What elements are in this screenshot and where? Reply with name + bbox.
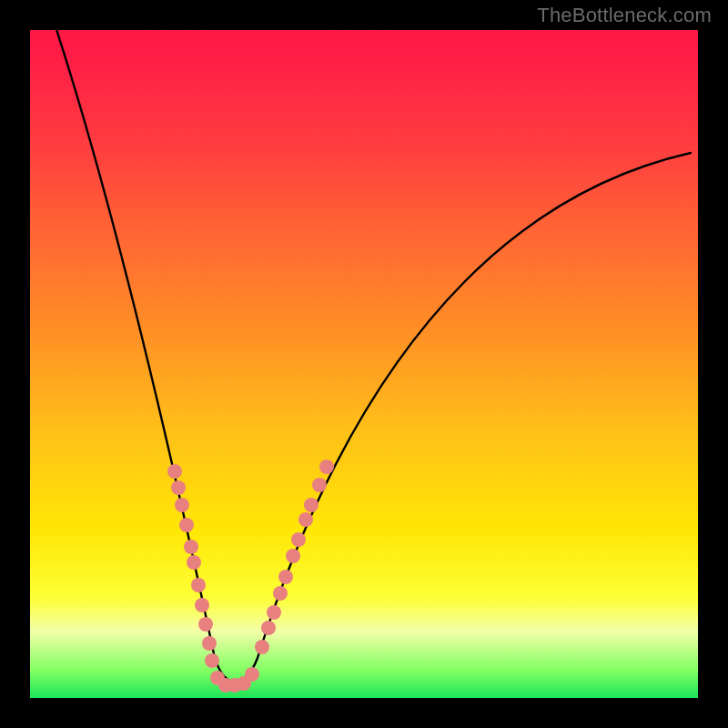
data-point-marker — [198, 617, 213, 632]
data-point-marker — [195, 598, 209, 612]
data-point-marker — [304, 498, 318, 512]
data-point-marker — [312, 478, 327, 492]
data-point-marker — [319, 460, 334, 474]
data-point-marker — [167, 464, 182, 479]
data-point-marker — [267, 605, 281, 620]
plot-gradient-area — [30, 30, 698, 698]
data-point-marker — [205, 653, 219, 668]
data-point-marker — [179, 518, 194, 532]
data-point-group — [167, 460, 334, 693]
data-point-marker — [191, 578, 206, 592]
data-point-marker — [298, 512, 313, 527]
data-point-marker — [273, 586, 288, 601]
data-point-marker — [184, 540, 198, 554]
bottleneck-curve — [54, 30, 691, 682]
data-point-marker — [245, 667, 259, 682]
data-point-marker — [286, 549, 300, 563]
watermark-text: TheBottleneck.com — [537, 4, 712, 27]
data-point-marker — [255, 640, 269, 654]
data-point-marker — [291, 532, 306, 547]
data-point-marker — [175, 498, 189, 512]
data-point-marker — [171, 480, 186, 495]
data-point-marker — [187, 555, 201, 570]
data-point-marker — [278, 570, 293, 584]
data-point-marker — [202, 636, 217, 651]
chart-overlay-svg — [30, 30, 698, 698]
chart-frame: TheBottleneck.com — [0, 0, 728, 728]
data-point-marker — [261, 621, 276, 635]
